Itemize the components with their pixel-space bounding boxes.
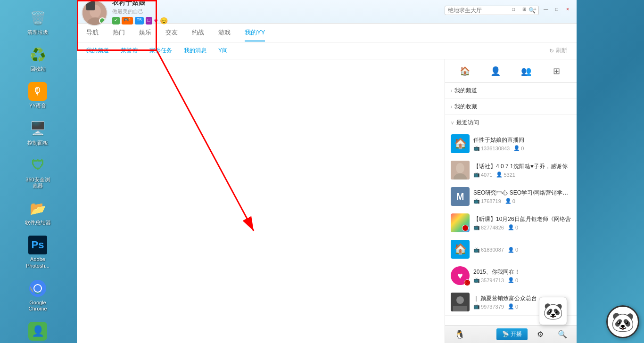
room-meta-5: 📺 61830087 xyxy=(473,247,504,253)
restore-btn[interactable]: □ xyxy=(553,5,561,13)
channel-item-4[interactable]: 【听课】10月26日颜丹钰老师《网络营 📺 82774826 👤 0 xyxy=(445,210,577,236)
subnav-yjian[interactable]: Y间 xyxy=(218,45,228,57)
svg-rect-6 xyxy=(86,1,95,10)
badge-t5: T5 xyxy=(135,17,144,24)
channel-avatar-5: 🏠 xyxy=(451,240,470,259)
member-count-7: 0 xyxy=(515,304,518,310)
popup-panda: 🐼 xyxy=(539,297,567,325)
channel-item-2[interactable]: 【话社】4 0 7 1沈阳哒♥子乔，感谢你 📺 4071 👤 5321 xyxy=(445,157,577,183)
channel-name-2: 【话社】4 0 7 1沈阳哒♥子乔，感谢你 xyxy=(473,163,571,171)
desktop: 🗑️ 清理垃圾 ♻️ 回收站 🎙 YY语音 🖥️ 控制面板 🛡 360安全浏览器… xyxy=(0,0,644,343)
channel-avatar-7 xyxy=(451,293,470,311)
refresh-button[interactable]: ↻ 刷新 xyxy=(549,47,567,55)
bottom-toolbar: 🐧 📡 开播 ⚙ 🔍 xyxy=(445,325,577,343)
channel-avatar-2 xyxy=(451,161,470,180)
badge-box: □ xyxy=(146,17,152,24)
sub-nav: 我的频道 荣誉馆 家乡任务 我的消息 Y间 ↻ 刷新 xyxy=(77,42,577,59)
member-icon-6: 👤 xyxy=(508,277,514,283)
room-meta-7: 📺 99737379 xyxy=(473,303,504,310)
room-meta-2: 📺 4071 xyxy=(473,172,492,178)
icon-control[interactable]: 🖥️ 控制面板 xyxy=(19,115,57,150)
room-icon-5: 📺 xyxy=(473,247,480,253)
member-meta-4: 👤 0 xyxy=(508,224,518,230)
expand-btn[interactable]: □ xyxy=(509,5,518,13)
room-meta-1: 📺 1336130843 xyxy=(473,145,510,151)
tab-entertainment[interactable]: 娱乐 xyxy=(139,24,151,41)
sidebar-home-btn[interactable]: 🏠 xyxy=(456,63,473,80)
sidebar-header: 🏠 👤 👥 ⊞ xyxy=(445,59,577,83)
content-area xyxy=(77,59,445,343)
main-area: 🏠 👤 👥 ⊞ › 我的频道 xyxy=(77,59,577,343)
photoshop-icon: Ps xyxy=(28,236,47,254)
minimize-btn[interactable]: — xyxy=(542,5,550,13)
my-channels-header[interactable]: › 我的频道 xyxy=(445,83,577,98)
icon-chrome[interactable]: Google Chrome xyxy=(19,275,57,316)
refresh-icon: ↻ xyxy=(549,48,554,54)
svg-rect-12 xyxy=(453,306,467,311)
tab-social[interactable]: 交友 xyxy=(165,24,178,41)
plus-btn[interactable]: + xyxy=(531,5,539,13)
subnav-tasks[interactable]: 家乡任务 xyxy=(149,45,172,57)
channel-meta-2: 📺 4071 👤 5321 xyxy=(473,172,571,178)
channel-meta-1: 📺 1336130843 👤 0 xyxy=(473,145,571,151)
control-icon: 🖥️ xyxy=(28,119,47,138)
tab-myYY[interactable]: 我的YY xyxy=(245,24,265,41)
room-icon-4: 📺 xyxy=(473,224,480,230)
channel-item-3[interactable]: M SEO研究中心 SEO学习/网络营销学习/网 📺 1768719 xyxy=(445,183,577,210)
badge-smile: 😊 xyxy=(160,17,168,24)
broadcast-icon: 📡 xyxy=(502,331,509,337)
room-icon-6: 📺 xyxy=(473,277,480,283)
subnav-channels[interactable]: 我的频道 xyxy=(86,45,109,57)
member-meta-1: 👤 0 xyxy=(513,145,524,151)
desktop-icon-area: 🗑️ 清理垃圾 ♻️ 回收站 🎙 YY语音 🖥️ 控制面板 🛡 360安全浏览器… xyxy=(0,0,75,343)
room-number-2: 4071 xyxy=(481,172,492,178)
penguin-icon-btn[interactable]: 🐧 xyxy=(450,327,470,342)
channel-avatar-1: 🏠 xyxy=(451,134,470,153)
subnav-honor[interactable]: 荣誉馆 xyxy=(121,45,138,57)
member-icon-7: 👤 xyxy=(508,303,514,310)
channel-item-5[interactable]: 🏠 📺 61830087 👤 xyxy=(445,236,577,262)
sidebar-grid-btn[interactable]: ⊞ xyxy=(548,63,565,80)
sidebar-user-btn[interactable]: 👤 xyxy=(487,63,504,80)
svg-point-8 xyxy=(456,163,464,173)
icon-360[interactable]: 🛡 360安全浏览器 xyxy=(19,152,57,193)
channel-meta-4: 📺 82774826 👤 0 xyxy=(473,224,571,230)
recent-header[interactable]: ∨ 最近访问 xyxy=(445,115,577,131)
icon-haipiao[interactable]: 👤 海萍 xyxy=(19,318,57,343)
member-count-4: 0 xyxy=(515,225,518,230)
settings-btn[interactable]: ⚙ xyxy=(532,328,548,341)
software-icon: 📂 xyxy=(28,199,47,218)
member-meta-6: 👤 0 xyxy=(508,277,518,283)
tab-hot[interactable]: 热门 xyxy=(113,24,125,41)
tab-nav[interactable]: 导航 xyxy=(86,24,99,41)
channel-item-6[interactable]: ♥ 🚫 2015、你我同在！ 📺 35794713 xyxy=(445,262,577,289)
tab-battle[interactable]: 约战 xyxy=(192,24,204,41)
photoshop-label: Adobe Photosh... xyxy=(24,256,52,269)
sidebar-group-btn[interactable]: 👥 xyxy=(518,63,535,80)
my-favorites-header[interactable]: › 我的收藏 xyxy=(445,99,577,114)
member-count-5: 0 xyxy=(515,247,518,253)
subnav-messages[interactable]: 我的消息 xyxy=(184,45,206,57)
channel-name-3: SEO研究中心 SEO学习/网络营销学习/网 xyxy=(473,189,571,197)
chrome-icon xyxy=(28,279,47,298)
icon-recycle[interactable]: ♻️ 回收站 xyxy=(19,41,57,76)
tab-games[interactable]: 游戏 xyxy=(218,24,231,41)
search-btn[interactable]: 🔍 xyxy=(553,328,572,341)
grid-btn[interactable]: ⊞ xyxy=(520,5,528,13)
channel-item-1[interactable]: 🏠 任性于姑娘的直播间 📺 1336130843 👤 xyxy=(445,131,577,157)
channel-meta-3: 📺 1768719 👤 0 xyxy=(473,198,571,204)
icon-trash[interactable]: 🗑️ 清理垃圾 xyxy=(19,5,57,39)
icon-yy[interactable]: 🎙 YY语音 xyxy=(19,78,57,113)
icon-photoshop[interactable]: Ps Adobe Photosh... xyxy=(19,232,57,272)
channel-info-6: 2015、你我同在！ 📺 35794713 👤 0 xyxy=(473,268,571,283)
chevron-right-icon2: › xyxy=(451,104,452,109)
yy-window: 衣衬于姑娘 做最美的自己 ✓ 🎮1 T5 □ ♥ 😊 🔍 □ ⊞ xyxy=(77,0,577,343)
channel-name-6: 2015、你我同在！ xyxy=(473,268,571,276)
icon-software[interactable]: 📂 软件总结器 xyxy=(19,195,57,229)
start-broadcast-btn[interactable]: 📡 开播 xyxy=(496,328,528,340)
room-meta-4: 📺 82774826 xyxy=(473,224,504,230)
close-btn[interactable]: × xyxy=(563,5,572,13)
room-number-1: 1336130843 xyxy=(481,146,510,151)
member-icon-3: 👤 xyxy=(505,198,512,204)
room-meta-6: 📺 35794713 xyxy=(473,277,504,283)
